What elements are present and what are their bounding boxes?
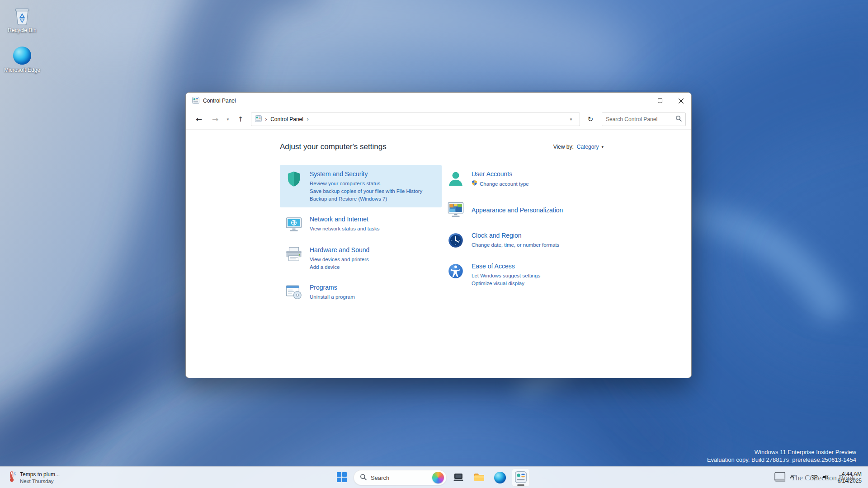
- recent-locations-button[interactable]: ▾: [224, 112, 232, 127]
- maximize-icon: [658, 99, 662, 103]
- breadcrumb-item-control-panel[interactable]: Control Panel: [270, 116, 303, 122]
- search-icon: [360, 474, 367, 482]
- navigation-bar: ← → ▾ ↑ › Control Panel › ▾ ↻: [186, 109, 691, 130]
- close-icon: [679, 99, 684, 103]
- taskbar-search-label: Search: [371, 474, 389, 481]
- control-panel-icon: [255, 115, 262, 123]
- window-titlebar[interactable]: Control Panel: [186, 93, 691, 109]
- category-task-link[interactable]: Review your computer's status: [310, 180, 422, 188]
- category-title-link[interactable]: Programs: [310, 283, 355, 291]
- category-title-link[interactable]: Hardware and Sound: [310, 246, 369, 254]
- category-task-link[interactable]: Save backup copies of your files with Fi…: [310, 188, 422, 195]
- edge-button[interactable]: [491, 469, 509, 487]
- category-title-link[interactable]: User Accounts: [472, 170, 529, 178]
- desktop: Recycle Bin Microsoft Edge Control Panel: [0, 0, 868, 488]
- minimize-icon: [637, 99, 642, 103]
- category-title-link[interactable]: Ease of Access: [472, 262, 540, 270]
- network-and-internet-icon: [284, 215, 303, 234]
- start-button[interactable]: [333, 469, 351, 487]
- clock-and-region-icon: [446, 231, 465, 250]
- category-user-accounts[interactable]: User Accounts Change account type: [442, 165, 604, 193]
- window-title: Control Panel: [203, 98, 236, 104]
- desktop-icon-microsoft-edge[interactable]: Microsoft Edge: [1, 46, 43, 73]
- control-panel-taskbar-button[interactable]: [512, 469, 530, 487]
- maximize-button[interactable]: [650, 93, 670, 109]
- task-view-icon: [453, 472, 464, 484]
- tray-date: 6/14/2025: [838, 478, 862, 484]
- category-task-link[interactable]: Uninstall a program: [310, 293, 355, 301]
- chevron-down-icon: ▾: [601, 145, 604, 149]
- category-title-link[interactable]: System and Security: [310, 170, 422, 178]
- page-heading: Adjust your computer's settings: [280, 142, 387, 151]
- category-task-link[interactable]: View devices and printers: [310, 256, 369, 263]
- file-explorer-button[interactable]: [470, 469, 488, 487]
- up-button[interactable]: ↑: [233, 112, 248, 127]
- weather-widget[interactable]: Temps to plum... Next Thursday: [3, 469, 64, 487]
- category-column-right: User Accounts Change account type: [442, 165, 604, 309]
- edge-icon: [13, 46, 32, 65]
- category-title-link[interactable]: Network and Internet: [310, 215, 379, 223]
- edge-icon: [494, 472, 506, 483]
- desktop-icon-recycle-bin[interactable]: Recycle Bin: [1, 6, 43, 33]
- view-by-dropdown[interactable]: Category ▾: [577, 144, 604, 150]
- close-button[interactable]: [670, 93, 691, 109]
- taskbar: Temps to plum... Next Thursday Search: [0, 466, 868, 488]
- control-panel-icon: [192, 97, 199, 105]
- breadcrumb-chevron-icon[interactable]: ›: [307, 116, 309, 122]
- category-task-link[interactable]: Let Windows suggest settings: [472, 272, 540, 280]
- recycle-bin-icon: [13, 6, 32, 25]
- control-panel-search-input[interactable]: [606, 116, 673, 122]
- category-task-link[interactable]: Optimize visual display: [472, 280, 540, 287]
- category-task-link[interactable]: Change date, time, or number formats: [472, 241, 559, 249]
- desktop-icon-label: Recycle Bin: [3, 27, 41, 33]
- search-icon[interactable]: [675, 115, 682, 123]
- copilot-icon: [432, 472, 444, 483]
- category-title-link[interactable]: Clock and Region: [472, 231, 559, 239]
- network-volume-button[interactable]: [807, 469, 833, 486]
- system-tray: 4:44 AM 6/14/2025: [786, 469, 864, 487]
- address-bar[interactable]: › Control Panel › ▾: [251, 113, 580, 126]
- category-task-link[interactable]: Change account type: [472, 180, 529, 188]
- minimize-button[interactable]: [629, 93, 650, 109]
- taskbar-center: Search: [333, 469, 530, 487]
- category-network-and-internet[interactable]: Network and Internet View network status…: [280, 210, 442, 238]
- hardware-and-sound-icon: [284, 245, 303, 264]
- user-accounts-icon: [446, 169, 465, 188]
- watermark-line: Evaluation copy. Build 27881.rs_prerelea…: [707, 456, 856, 464]
- category-clock-and-region[interactable]: Clock and Region Change date, time, or n…: [442, 226, 604, 254]
- refresh-button[interactable]: ↻: [583, 112, 598, 127]
- clock[interactable]: 4:44 AM 6/14/2025: [835, 471, 864, 484]
- evaluation-watermark: Windows 11 Enterprise Insider Preview Ev…: [707, 448, 856, 464]
- category-appearance-and-personalization[interactable]: Appearance and Personalization: [442, 196, 604, 224]
- volume-icon: [822, 473, 830, 483]
- chevron-up-icon: [789, 474, 795, 481]
- category-ease-of-access[interactable]: Ease of Access Let Windows suggest setti…: [442, 257, 604, 292]
- category-task-link[interactable]: Add a device: [310, 263, 369, 271]
- taskbar-search[interactable]: Search: [354, 470, 447, 485]
- thermometer-icon: [7, 471, 16, 484]
- category-system-and-security[interactable]: System and Security Review your computer…: [280, 165, 442, 207]
- control-panel-window: Control Panel ← → ▾ ↑: [185, 92, 692, 378]
- control-panel-icon: [515, 471, 527, 484]
- programs-icon: [284, 283, 303, 302]
- forward-button[interactable]: →: [208, 112, 223, 127]
- category-programs[interactable]: Programs Uninstall a program: [280, 278, 442, 306]
- weather-headline: Temps to plum...: [20, 471, 60, 478]
- task-view-button[interactable]: [449, 469, 467, 487]
- address-dropdown-button[interactable]: ▾: [566, 117, 576, 122]
- view-by-label: View by:: [553, 144, 574, 150]
- category-column-left: System and Security Review your computer…: [280, 165, 442, 309]
- category-task-link[interactable]: View network status and tasks: [310, 225, 379, 233]
- breadcrumb-chevron-icon[interactable]: ›: [265, 116, 267, 122]
- system-and-security-icon: [284, 169, 303, 188]
- back-button[interactable]: ←: [191, 112, 207, 127]
- appearance-and-personalization-icon: [446, 200, 465, 219]
- category-title-link[interactable]: Appearance and Personalization: [472, 206, 563, 214]
- category-hardware-and-sound[interactable]: Hardware and Sound View devices and prin…: [280, 241, 442, 276]
- ease-of-access-icon: [446, 262, 465, 281]
- tray-time: 4:44 AM: [838, 471, 862, 478]
- category-task-link[interactable]: Backup and Restore (Windows 7): [310, 195, 422, 203]
- folder-icon: [473, 471, 485, 484]
- tray-overflow-button[interactable]: [786, 469, 798, 486]
- watermark-line: Windows 11 Enterprise Insider Preview: [707, 448, 856, 456]
